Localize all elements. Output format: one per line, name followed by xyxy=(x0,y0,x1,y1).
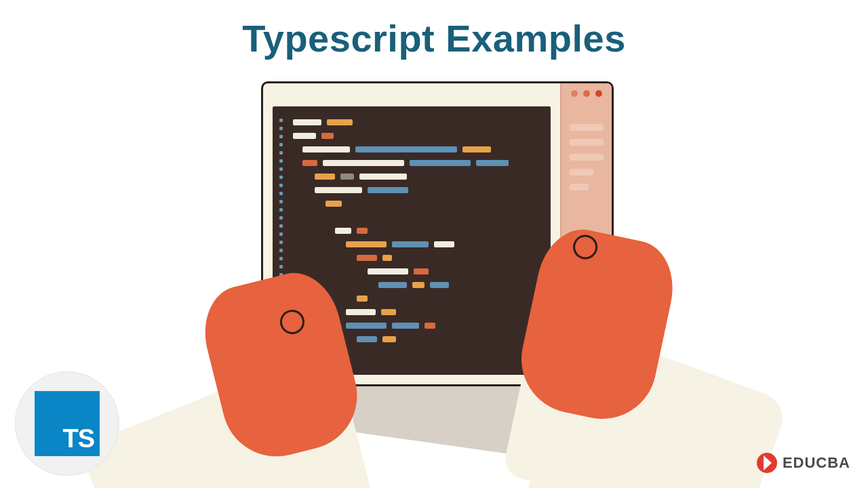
typescript-logo-text: TS xyxy=(62,424,94,453)
typescript-logo-icon: TS xyxy=(35,391,100,456)
code-token xyxy=(381,309,396,315)
code-row xyxy=(293,200,342,207)
code-token xyxy=(355,146,457,152)
code-token xyxy=(430,282,449,288)
page-title: Typescript Examples xyxy=(0,16,868,60)
brand-name: EDUCBA xyxy=(783,454,850,472)
code-token xyxy=(368,187,408,193)
code-token xyxy=(326,201,342,207)
code-token xyxy=(346,241,387,247)
code-token xyxy=(425,323,435,329)
code-token xyxy=(357,296,368,302)
code-token xyxy=(315,187,362,193)
code-row xyxy=(293,173,407,180)
code-token xyxy=(434,241,454,247)
code-row xyxy=(293,159,509,166)
code-token xyxy=(410,160,471,166)
code-token xyxy=(392,241,429,247)
code-row xyxy=(293,268,429,274)
code-token xyxy=(346,323,387,329)
code-token xyxy=(302,160,317,166)
typescript-badge: TS xyxy=(15,371,119,476)
window-dot-icon xyxy=(571,90,578,97)
code-row xyxy=(293,146,491,152)
code-token xyxy=(359,174,407,180)
code-row xyxy=(293,186,408,193)
code-token xyxy=(392,323,419,329)
code-row xyxy=(293,241,454,247)
code-token xyxy=(323,160,404,166)
code-token xyxy=(414,268,429,274)
code-token xyxy=(321,133,334,139)
code-token xyxy=(357,336,377,342)
code-token xyxy=(378,282,407,288)
code-row xyxy=(293,132,334,139)
brand-mark-icon xyxy=(757,453,777,473)
code-token xyxy=(476,160,509,166)
code-token xyxy=(302,146,350,152)
code-token xyxy=(382,255,392,261)
code-token xyxy=(335,228,351,234)
window-dot-icon xyxy=(595,90,602,97)
thumb-ring-icon xyxy=(571,233,599,262)
code-token xyxy=(340,174,354,180)
code-token xyxy=(357,255,377,261)
window-dot-icon xyxy=(583,90,590,97)
code-token xyxy=(293,119,321,125)
brand-logo: EDUCBA xyxy=(757,453,850,473)
window-controls xyxy=(571,90,602,97)
code-token xyxy=(382,336,396,342)
thumb-ring-icon xyxy=(277,307,307,337)
code-token xyxy=(293,133,316,139)
code-row xyxy=(293,119,353,125)
code-token xyxy=(315,174,335,180)
code-token xyxy=(368,268,408,274)
code-token xyxy=(357,228,368,234)
code-token xyxy=(327,119,353,125)
code-row xyxy=(293,227,368,234)
code-token xyxy=(462,146,491,152)
sidebar-lines xyxy=(570,124,604,190)
code-row xyxy=(293,254,392,261)
code-token xyxy=(346,309,376,315)
illustration xyxy=(190,75,678,454)
code-token xyxy=(412,282,425,288)
